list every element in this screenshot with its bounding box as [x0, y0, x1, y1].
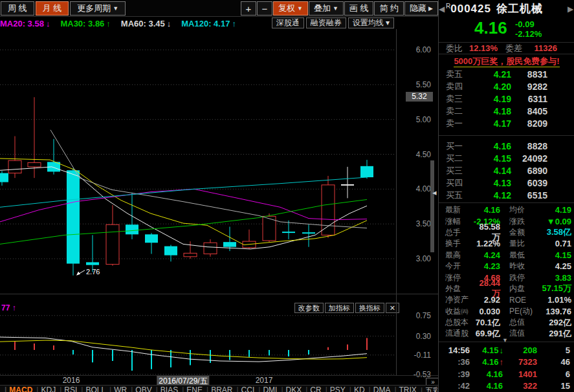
- indicator-tab[interactable]: PSY: [322, 386, 346, 392]
- indicator-tab[interactable]: OBV: [127, 386, 152, 392]
- buy-order-row[interactable]: 买二 4.15 24092: [439, 152, 574, 164]
- buy-orders: 买一 4.16 8828 买二 4.15 24092 买三 4.14 6890 …: [439, 140, 574, 201]
- stock-code: 000425: [450, 3, 491, 16]
- indicator-tab[interactable]: CR: [302, 386, 322, 392]
- ma-legend-item: MA120: 4.17↑: [181, 19, 236, 28]
- trend-arrow-icon: ↓: [167, 19, 171, 28]
- trend-arrow-icon: ↑: [232, 19, 236, 28]
- ma-legend-item: MA20: 3.58↓: [0, 19, 50, 28]
- time-axis: 20162016/07/29/五2017: [0, 375, 396, 385]
- indicator-tab[interactable]: RSI: [56, 386, 78, 392]
- price-tick-label: 3.00: [399, 254, 431, 263]
- ma-settings-button[interactable]: 设置均线 ▾: [348, 17, 394, 28]
- trend-arrow-icon: ↓: [46, 19, 50, 28]
- stat-row: 收益㈣ 0.030 PE(动) 139.76: [439, 306, 574, 317]
- simple-mode-button[interactable]: 简 约: [374, 1, 404, 16]
- stat-row: 总股本 70.1亿 总值 292亿: [439, 317, 574, 328]
- tab-weekly[interactable]: 周 线: [1, 1, 34, 16]
- indicator-tick-label: 0.75: [399, 311, 431, 320]
- chevron-down-icon: ▼: [297, 5, 303, 12]
- indicator-tick-label: 0.30: [399, 332, 431, 341]
- price-tick-label: 4.00: [399, 184, 431, 193]
- panel-divider: [0, 294, 438, 294]
- buy-order-row[interactable]: 买一 4.16 8828: [439, 140, 574, 152]
- price-block: 4.16 -0.09 -2.12%: [439, 18, 574, 40]
- indicator-tab[interactable]: KD: [346, 386, 366, 392]
- last-price: 4.16: [474, 18, 507, 38]
- indicator-tab[interactable]: KDJ: [33, 386, 56, 392]
- tick-row[interactable]: :39 4.16 1401 6: [439, 368, 574, 380]
- sell-order-row[interactable]: 卖四 4.20 9282: [439, 80, 574, 93]
- sell-order-row[interactable]: 卖五 4.21 8831: [439, 68, 574, 80]
- draw-line-button[interactable]: 画 线: [344, 1, 374, 16]
- indicator-tab[interactable]: DKX: [278, 386, 302, 392]
- stat-row: 净资产 2.92 ROE 1.01%: [439, 294, 574, 305]
- indicator-tab[interactable]: MACD: [1, 386, 33, 392]
- indicator-tab[interactable]: DMA: [366, 386, 392, 392]
- stat-row: 涨停 4.68 跌停 3.83: [439, 272, 574, 283]
- trend-arrow-icon: ↑: [106, 19, 111, 28]
- stat-row: 总手 85.58万 金额 3.58亿: [439, 227, 574, 238]
- ad-banner[interactable]: 5000万巨奖，股民免费参与!: [439, 56, 574, 67]
- vertical-scrollbar-thumb[interactable]: [430, 160, 434, 252]
- collapse-panel-icon[interactable]: ◂: [432, 188, 437, 197]
- indicator-tab[interactable]: TRIX: [391, 386, 417, 392]
- tick-row[interactable]: :36 4.16↑ 7323 46: [439, 356, 574, 369]
- tab-monthly[interactable]: 月 线: [36, 1, 69, 16]
- legend-bar: MA20: 3.58↓ MA30: 3.86↑ MA60: 3.45↓ MA12…: [0, 17, 438, 29]
- indicator-tab[interactable]: BRAR: [203, 386, 233, 392]
- expand-stats-icon[interactable]: ▼: [502, 337, 508, 343]
- stats-grid: 最新 4.16 均价 4.19 涨幅 -2.12% 涨跌 ▼0.09 总手 85…: [439, 204, 574, 340]
- sell-order-row[interactable]: 卖三 4.19 6311: [439, 93, 574, 105]
- tick-row[interactable]: 14:56 4.15↓ 208 5: [439, 344, 574, 356]
- ma-legend-item: MA60: 3.45↓: [121, 19, 171, 28]
- stat-row: 最新 4.16 均价 4.19: [439, 204, 574, 215]
- adjust-price-button[interactable]: 复权 ▼: [273, 1, 308, 16]
- weibi-value: 12.13%: [469, 43, 498, 53]
- weibi-row: 委比 12.13% 委差 11326: [439, 42, 574, 54]
- price-tick-label: 5.50: [399, 80, 431, 89]
- sell-order-row[interactable]: 卖一 4.17 8209: [439, 117, 574, 129]
- period-toolbar: 周 线 月 线 更多周期 ▼ + − 复权 ▼ 叠加 ▼ 画 线 简 约 隐藏 …: [0, 0, 438, 17]
- stat-row: 外盘 28.44万 内盘 57.15万: [439, 283, 574, 294]
- buy-order-row[interactable]: 买四 4.13 6039: [439, 177, 574, 189]
- sell-order-row[interactable]: 卖二 4.18 8405: [439, 105, 574, 117]
- indicator-tab[interactable]: BIAS: [153, 386, 179, 392]
- indicator-tab[interactable]: CCI: [233, 386, 255, 392]
- indicator-tab[interactable]: 五彩: [417, 386, 438, 392]
- quote-panel: ◀ R 000425 徐工机械 ▶ 4.16 -0.09 -2.12% 委比 1…: [438, 0, 574, 392]
- indicator-svg[interactable]: [0, 309, 396, 375]
- chevron-down-icon: ▼: [113, 5, 118, 12]
- order-divider: [439, 135, 574, 136]
- indicator-tick-label: -0.53: [399, 370, 431, 379]
- candlestick-svg[interactable]: 2.76: [0, 29, 396, 294]
- margin-flag: R: [446, 3, 450, 10]
- prev-stock-arrow[interactable]: ◀: [439, 5, 446, 14]
- svg-text:2.76: 2.76: [86, 268, 100, 276]
- buy-order-row[interactable]: 买三 4.14 6890: [439, 164, 574, 177]
- indicator-tab[interactable]: WR: [106, 386, 127, 392]
- tab-more-periods[interactable]: 更多周期 ▼: [70, 1, 126, 16]
- tick-list: 14:56 4.15↓ 208 5 :36 4.16↑ 7323 46 :39 …: [439, 344, 574, 392]
- zoom-in-button[interactable]: +: [241, 1, 256, 16]
- tick-row[interactable]: :42 4.16 322 15: [439, 380, 574, 392]
- overlay-button[interactable]: 叠加 ▼: [309, 1, 344, 16]
- stock-header: ◀ R 000425 徐工机械 ▶: [439, 1, 574, 16]
- ma-legend: MA20: 3.58↓ MA30: 3.86↑ MA60: 3.45↓ MA12…: [0, 19, 247, 28]
- stat-row: 涨幅 -2.12% 涨跌 ▼0.09: [439, 215, 574, 226]
- indicator-tab[interactable]: DMI: [255, 386, 278, 392]
- sell-orders: 卖五 4.21 8831 卖四 4.20 9282 卖三 4.19 6311 卖…: [439, 68, 574, 129]
- zoom-out-button[interactable]: −: [257, 1, 272, 16]
- indicator-tab[interactable]: ENE: [179, 386, 203, 392]
- buy-order-row[interactable]: 买五 4.12 6515: [439, 189, 574, 201]
- indicator-tab[interactable]: BOLL: [78, 386, 106, 392]
- candlestick-chart[interactable]: 2.76: [0, 29, 396, 294]
- next-stock-arrow[interactable]: ▶: [568, 5, 574, 14]
- hide-button[interactable]: 隐藏 ▶: [404, 1, 438, 16]
- indicator-chart[interactable]: [0, 309, 396, 375]
- price-change: -0.09 -2.12%: [515, 19, 542, 39]
- stat-row: 最高 4.24 最低 4.15: [439, 250, 574, 261]
- price-tick-label: 5.00: [399, 115, 431, 124]
- margin-trading-button[interactable]: 融资融券: [306, 17, 346, 28]
- shenzhen-connect-button[interactable]: 深股通: [272, 17, 304, 28]
